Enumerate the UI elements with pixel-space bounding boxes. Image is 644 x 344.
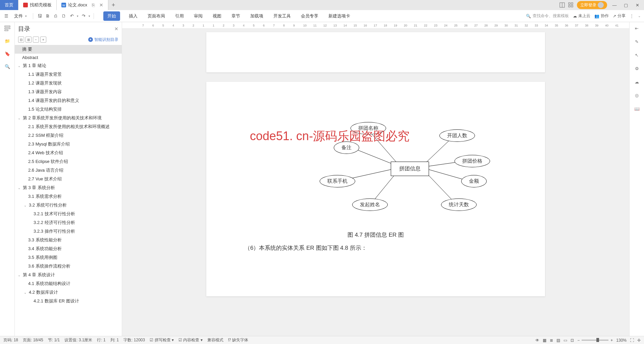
toc-item[interactable]: ⌄第 2 章系统开发所使用的相关技术和环境 <box>15 114 122 122</box>
undo-dropdown-icon[interactable]: ▾ <box>77 14 78 18</box>
search-rail-icon[interactable]: 🔍 <box>4 63 11 70</box>
toc-item[interactable]: 3.5 系统用例图 <box>15 253 122 262</box>
collab-button[interactable]: 👥协作 <box>594 13 609 19</box>
toc-list[interactable]: 摘 要Abstract⌄第 1 章 绪论1.1 课题开发背景1.2 课题开发现状… <box>15 44 122 336</box>
zoom-out-icon[interactable]: − <box>577 338 580 343</box>
status-spellcheck[interactable]: ☑ 拼写检查 ▾ <box>150 337 174 343</box>
ribbon-tab-insert[interactable]: 插入 <box>127 11 139 21</box>
maximize-button[interactable]: ▢ <box>622 1 630 9</box>
undo-icon[interactable]: ↶ <box>69 13 75 19</box>
ribbon-tab-reference[interactable]: 引用 <box>174 11 185 21</box>
ribbon-tab-layout[interactable]: 页面布局 <box>146 11 166 21</box>
toc-item[interactable]: ⌄4.2 数据库设计 <box>15 288 122 297</box>
bookmark-icon[interactable]: 🔖 <box>4 50 11 57</box>
chevron-down-icon[interactable]: ⌄ <box>17 273 21 277</box>
ribbon-tab-chapter[interactable]: 章节 <box>230 11 241 21</box>
status-compat[interactable]: 兼容模式 <box>207 337 223 343</box>
toc-item[interactable]: 3.2.3 操作可行性分析 <box>15 227 122 236</box>
ribbon-tab-addins[interactable]: 加载项 <box>249 11 265 21</box>
toc-item[interactable]: Abstract <box>15 54 122 61</box>
statusbar-more-icon[interactable]: ✢ <box>637 338 641 343</box>
outline-collapse-all[interactable]: ⊟ <box>18 37 24 43</box>
save-icon[interactable]: 🖫 <box>37 13 43 19</box>
toc-item[interactable]: 3.3 系统性能分析 <box>15 236 122 244</box>
hamburger-icon[interactable]: ☰ <box>3 13 9 19</box>
close-button[interactable]: ✕ <box>633 1 641 9</box>
login-button[interactable]: 立即登录 <box>577 1 607 9</box>
toc-item[interactable]: 2.3 Mysql 数据库介绍 <box>15 140 122 149</box>
toc-item[interactable]: 4.1 系统功能结构设计 <box>15 279 122 288</box>
status-words[interactable]: 字数: 12003 <box>123 337 145 343</box>
zoom-track[interactable] <box>582 340 608 341</box>
toc-item[interactable]: 2.5 Eclipse 软件介绍 <box>15 157 122 166</box>
status-missing-font[interactable]: ⁉ 缺失字体 <box>228 337 248 343</box>
view-mode-3-icon[interactable]: ▤ <box>556 338 560 343</box>
chevron-down-icon[interactable]: ⌄ <box>17 186 21 190</box>
target-icon[interactable]: ◎ <box>634 92 640 99</box>
status-col[interactable]: 列: 1 <box>110 337 119 343</box>
outline-icon[interactable] <box>4 25 11 32</box>
document-scroll[interactable]: code51. cn-源码乐园盗图必究 拼团信息 拼团名称 备注 <box>122 29 629 336</box>
toc-item[interactable]: 2.2 SSM 框架介绍 <box>15 131 122 140</box>
more-icon[interactable]: ⋮ <box>630 13 634 18</box>
status-page[interactable]: 页面: 18/45 <box>23 337 43 343</box>
zoom-in-icon[interactable]: + <box>610 338 613 343</box>
toc-item[interactable]: 1.5 论文结构安排 <box>15 105 122 114</box>
toc-item[interactable]: 2.6 Java 语言介绍 <box>15 166 122 175</box>
toc-item[interactable]: 2.7 Vue 技术介绍 <box>15 175 122 183</box>
zoom-value[interactable]: 130% <box>616 338 627 343</box>
save-as-icon[interactable]: 🗎 <box>45 13 51 19</box>
outline-expand-all[interactable]: ⊞ <box>25 37 32 43</box>
toc-item[interactable]: 1.2 课题开发现状 <box>15 79 122 88</box>
redo-icon[interactable]: ↷ <box>80 13 87 19</box>
view-mode-4-icon[interactable]: ▭ <box>564 338 567 343</box>
print-preview-icon[interactable]: 🗋 <box>61 13 67 19</box>
ribbon-tab-member[interactable]: 会员专享 <box>300 11 320 21</box>
toc-item[interactable]: 1.1 课题开发背景 <box>15 70 122 79</box>
redo-dropdown-icon[interactable]: ▾ <box>89 14 90 18</box>
toc-item[interactable]: ⌄3.2 系统可行性分析 <box>15 201 122 210</box>
ribbon-tab-view[interactable]: 视图 <box>211 11 223 21</box>
ribbon-tab-developer[interactable]: 开发工具 <box>272 11 292 21</box>
status-page-no[interactable]: 页码: 18 <box>3 337 18 343</box>
tab-add-button[interactable]: + <box>108 0 118 10</box>
read-icon[interactable]: 📖 <box>634 105 640 112</box>
outline-collapse[interactable]: − <box>33 37 39 43</box>
settings-icon[interactable]: ⚙ <box>634 65 640 72</box>
chevron-down-icon[interactable]: ⌄ <box>23 291 27 294</box>
status-setval[interactable]: 设置值: 3.1厘米 <box>64 337 92 343</box>
toc-item[interactable]: ⌄第 1 章 绪论 <box>15 61 122 70</box>
fullscreen-icon[interactable]: ⛶ <box>630 338 634 343</box>
view-mode-2-icon[interactable]: ≣ <box>550 338 553 343</box>
print-icon[interactable]: ⎙ <box>53 13 59 19</box>
tab-document[interactable]: W 论文.docx ⎘ ✕ <box>57 0 108 10</box>
ruler[interactable]: 7654321123456789101112131415161718192021… <box>122 22 629 29</box>
folder-icon[interactable]: 📁 <box>4 38 11 44</box>
toc-item[interactable]: 3.1 系统需求分析 <box>15 192 122 201</box>
pencil-icon[interactable]: ✎ <box>634 38 640 45</box>
toc-item[interactable]: 3.2.2 经济可行性分析 <box>15 218 122 227</box>
zoom-slider[interactable]: − + <box>577 338 613 343</box>
ribbon-tab-start[interactable]: 开始 <box>103 11 120 21</box>
smart-toc-button[interactable]: ✦智能识别目录 <box>88 37 118 43</box>
status-section[interactable]: 节: 1/1 <box>48 337 60 343</box>
collapse-ribbon-icon[interactable]: ⌄ <box>638 14 641 18</box>
status-contentcheck[interactable]: ☑ 内容检查 ▾ <box>178 337 203 343</box>
outline-close-icon[interactable]: ✕ <box>114 26 118 32</box>
status-line[interactable]: 行: 1 <box>97 337 105 343</box>
toc-item[interactable]: ⌄第 3 章 系统分析 <box>15 183 122 192</box>
zoom-thumb[interactable] <box>596 338 599 342</box>
toc-item[interactable]: 摘 要 <box>15 45 122 54</box>
tab-close-icon[interactable]: ✕ <box>99 2 103 8</box>
toc-item[interactable]: 2.1 系统开发所使用的相关技术和环境概述 <box>15 122 122 131</box>
toc-item[interactable]: 2.4 Web 技术介绍 <box>15 149 122 157</box>
toc-item[interactable]: ⌄第 4 章 系统设计 <box>15 271 122 279</box>
share-button[interactable]: ↗分享 <box>613 13 626 19</box>
layout-icon[interactable] <box>559 2 565 8</box>
minimize-button[interactable]: ― <box>610 1 619 9</box>
cursor-icon[interactable]: ↖ <box>634 52 640 58</box>
tab-templates[interactable]: 找稻壳模板 <box>18 0 57 10</box>
cloud-rail-icon[interactable]: ☁ <box>634 78 640 85</box>
toc-item[interactable]: 1.4 课题开发的目的和意义 <box>15 96 122 105</box>
ribbon-tab-custom[interactable]: 新建选项卡 <box>327 11 352 21</box>
